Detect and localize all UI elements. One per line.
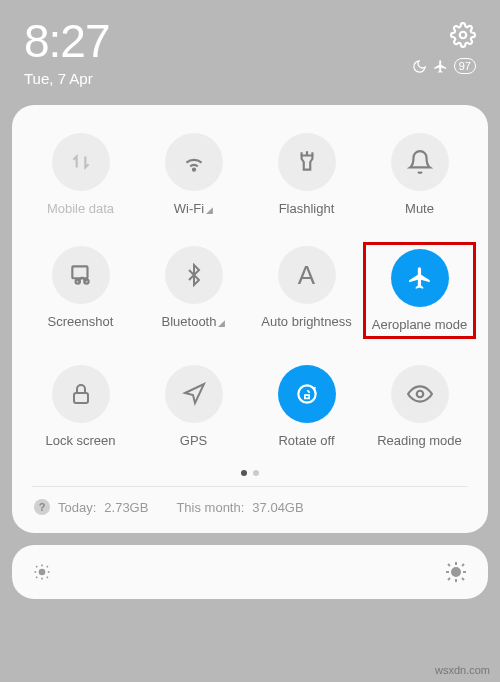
- tile-bluetooth[interactable]: Bluetooth◢: [137, 242, 250, 339]
- tile-label: GPS: [180, 433, 207, 448]
- status-icons: 97: [412, 58, 476, 74]
- brightness-high-icon: [444, 560, 468, 584]
- battery-indicator: 97: [454, 58, 476, 74]
- svg-point-11: [40, 570, 45, 575]
- clock-time: 8:27: [24, 18, 110, 64]
- tile-auto-brightness[interactable]: A Auto brightness: [250, 242, 363, 339]
- time-block: 8:27 Tue, 7 Apr: [24, 18, 110, 87]
- airplane-icon: [391, 249, 449, 307]
- usage-month-value: 37.04GB: [252, 500, 303, 515]
- tile-screenshot[interactable]: Screenshot: [24, 242, 137, 339]
- mobile-data-icon: [52, 133, 110, 191]
- svg-point-10: [416, 391, 423, 398]
- auto-brightness-icon: A: [278, 246, 336, 304]
- tile-wifi[interactable]: Wi-Fi◢: [137, 129, 250, 220]
- data-usage-row[interactable]: ? Today: 2.73GB This month: 37.04GB: [24, 495, 476, 521]
- watermark: wsxdn.com: [435, 664, 490, 676]
- svg-line-16: [36, 566, 37, 567]
- gps-navigation-icon: [165, 365, 223, 423]
- svg-point-0: [460, 32, 467, 39]
- tile-label: Screenshot: [48, 314, 114, 329]
- screenshot-icon: [52, 246, 110, 304]
- tile-reading-mode[interactable]: Reading mode: [363, 361, 476, 452]
- tile-label: Mute: [405, 201, 434, 216]
- notification-header: 8:27 Tue, 7 Apr 97: [0, 0, 500, 93]
- page-dot-1: [241, 470, 247, 476]
- tile-label: Lock screen: [45, 433, 115, 448]
- tile-label: Flashlight: [279, 201, 335, 216]
- clock-date: Tue, 7 Apr: [24, 70, 110, 87]
- wifi-icon: [165, 133, 223, 191]
- divider: [32, 486, 468, 487]
- brightness-slider[interactable]: [12, 545, 488, 599]
- settings-icon[interactable]: [450, 22, 476, 48]
- page-dot-2: [253, 470, 259, 476]
- svg-line-25: [448, 564, 450, 566]
- reading-eye-icon: [391, 365, 449, 423]
- svg-line-19: [47, 566, 48, 567]
- tile-label: Auto brightness: [261, 314, 351, 329]
- info-icon: ?: [34, 499, 50, 515]
- lock-icon: [52, 365, 110, 423]
- brightness-low-icon: [32, 562, 52, 582]
- svg-point-20: [452, 568, 460, 576]
- airplane-status-icon: [433, 59, 448, 74]
- tile-label: Bluetooth◢: [162, 314, 226, 329]
- svg-line-18: [36, 577, 37, 578]
- flashlight-icon: [278, 133, 336, 191]
- svg-line-27: [448, 578, 450, 580]
- tile-label: Wi-Fi◢: [174, 201, 213, 216]
- svg-line-17: [47, 577, 48, 578]
- usage-today-value: 2.73GB: [104, 500, 148, 515]
- svg-rect-5: [72, 266, 87, 278]
- tile-label: Rotate off: [278, 433, 334, 448]
- usage-month-label: This month:: [176, 500, 244, 515]
- tile-mobile-data[interactable]: Mobile data: [24, 129, 137, 220]
- bluetooth-icon: [165, 246, 223, 304]
- svg-line-28: [462, 564, 464, 566]
- mute-bell-icon: [391, 133, 449, 191]
- svg-line-26: [462, 578, 464, 580]
- tile-mute[interactable]: Mute: [363, 129, 476, 220]
- quick-settings-panel: Mobile data Wi-Fi◢ Flashlight Mute Scre: [12, 105, 488, 533]
- page-indicator: [24, 470, 476, 476]
- tile-flashlight[interactable]: Flashlight: [250, 129, 363, 220]
- svg-point-1: [192, 169, 194, 171]
- tile-label: Aeroplane mode: [372, 317, 467, 332]
- usage-today-label: Today:: [58, 500, 96, 515]
- dnd-moon-icon: [412, 59, 427, 74]
- svg-rect-8: [74, 393, 88, 403]
- tile-label: Reading mode: [377, 433, 462, 448]
- tile-lock-screen[interactable]: Lock screen: [24, 361, 137, 452]
- tile-label: Mobile data: [47, 201, 114, 216]
- tile-aeroplane-mode[interactable]: Aeroplane mode: [363, 242, 476, 339]
- rotate-lock-icon: [278, 365, 336, 423]
- tile-gps[interactable]: GPS: [137, 361, 250, 452]
- tile-rotate-off[interactable]: Rotate off: [250, 361, 363, 452]
